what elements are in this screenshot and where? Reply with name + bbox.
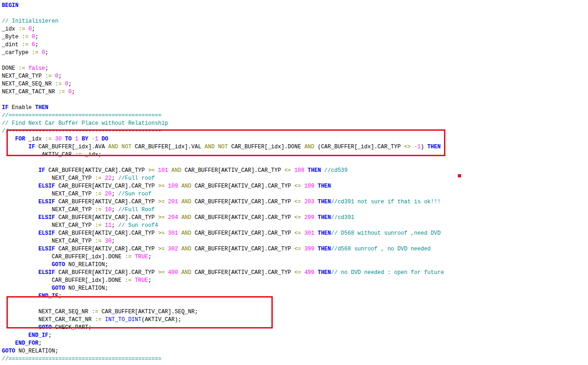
code-line: GOTO NO_RELATION; — [2, 285, 588, 292]
code-token-n: 22 — [105, 175, 111, 182]
code-token-p: ; — [58, 293, 61, 299]
code-token-p: ; — [45, 65, 48, 72]
code-token-o: := — [58, 89, 65, 95]
code-token-p: CAR_BUFFER[AKTIV_CAR].CAR_TYP — [45, 167, 148, 174]
code-token-p: ; — [148, 277, 151, 284]
code-token-n: 109 — [168, 183, 178, 189]
code-token-o: := — [45, 73, 52, 79]
code-token-n: 399 — [304, 246, 314, 252]
code-token-p: NEXT_CAR_TYP — [52, 191, 95, 197]
code-token-n: 108 — [294, 167, 305, 174]
code-line: CAR_BUFFER[_idx].DONE := TRUE; — [2, 253, 588, 261]
code-token-k: GOTO — [38, 324, 52, 331]
code-token-p: ; — [58, 73, 61, 79]
code-token-n: 301 — [168, 230, 178, 237]
code-line: // Initialisieren — [2, 18, 588, 25]
code-token-p: CAR_BUFFER[AKTIV_CAR].CAR_TYP — [192, 199, 294, 205]
code-line: NEXT_CAR_TYP := 22; //Full roof — [2, 175, 588, 182]
code-token-p: ; — [148, 254, 151, 260]
code-token-p — [304, 167, 307, 174]
code-token-p — [98, 136, 102, 142]
code-token-n: 0 — [29, 26, 32, 32]
code-token-p: NO_RELATION; — [65, 285, 108, 292]
code-token-k: ELSIF — [38, 199, 55, 205]
code-token-o: - — [91, 136, 95, 142]
code-token-k: IF — [2, 104, 8, 111]
code-line: FOR _idx := 30 TO 1 BY -1 DO — [2, 135, 588, 143]
code-token-o: := — [125, 254, 131, 260]
code-token-p — [165, 246, 168, 252]
code-token-p — [178, 214, 181, 221]
code-token-n: 204 — [168, 214, 178, 221]
code-token-k: BY — [82, 136, 88, 142]
code-token-p: _idx — [25, 136, 45, 142]
code-token-o: := — [95, 175, 102, 182]
code-token-p: AKTIV_CAR — [42, 152, 75, 158]
code-line: ELSIF CAR_BUFFER[AKTIV_CAR].CAR_TYP >= 3… — [2, 245, 588, 253]
code-line: GOTO NO_RELATION; — [2, 347, 588, 355]
code-token-n: 0 — [65, 81, 68, 87]
code-line: IF Enable THEN — [2, 104, 588, 112]
code-token-o: := — [95, 316, 102, 323]
code-token-p: NO_RELATION; — [65, 262, 108, 268]
code-editor[interactable]: BEGIN // Initialisieren_idx := 0;_Byte :… — [0, 0, 588, 365]
code-token-c: // no DVD needed : open for future — [331, 269, 444, 276]
code-token-n: 203 — [304, 199, 314, 205]
code-token-o: := — [95, 238, 102, 244]
code-token-p: CAR_BUFFER[AKTIV_CAR].CAR_TYP — [55, 269, 158, 276]
code-line — [2, 159, 588, 167]
code-token-n: 199 — [304, 183, 314, 189]
code-token-p: ; — [112, 175, 118, 182]
code-token-k: ELSIF — [38, 246, 55, 252]
code-token-o: := — [95, 222, 102, 229]
code-line: NEXT_CAR_SEQ_NR := 0; — [2, 80, 588, 88]
code-token-k: THEN — [318, 269, 331, 276]
code-line: ELSIF CAR_BUFFER[AKTIV_CAR].CAR_TYP >= 3… — [2, 230, 588, 237]
code-token-p: _carType — [2, 49, 32, 56]
code-token-c: //cd391 not sure if that is ok!!! — [331, 199, 441, 205]
code-line: NEXT_CAR_TYP := 30; — [2, 237, 588, 245]
code-token-p — [291, 167, 294, 174]
code-token-p: CAR_BUFFER[AKTIV_CAR].CAR_TYP — [181, 167, 284, 174]
code-token-n: 0 — [42, 49, 45, 56]
code-line — [2, 300, 588, 308]
code-token-p: CAR_BUFFER[_idx].AVA — [35, 144, 108, 150]
code-token-o: AND — [181, 246, 192, 252]
code-line: _dint := 6; — [2, 41, 588, 49]
code-token-o: >= — [148, 167, 155, 174]
code-token-p: ; — [45, 49, 48, 56]
code-token-p: NEXT_CAR_SEQ_NR — [2, 81, 55, 87]
code-token-p: CAR_BUFFER[AKTIV_CAR].CAR_TYP — [55, 214, 158, 221]
code-token-p: ; — [48, 332, 52, 339]
code-token-p: NO_RELATION; — [15, 348, 59, 354]
code-token-p — [178, 183, 181, 189]
code-token-p: CAR_BUFFER[_idx].DONE — [228, 144, 305, 150]
code-token-k: IF — [38, 167, 45, 174]
code-token-p — [132, 277, 135, 284]
code-token-p: CAR_BUFFER[AKTIV_CAR].CAR_TYP — [55, 199, 158, 205]
code-token-c: // Initialisieren — [2, 18, 58, 24]
code-token-o: <= — [294, 199, 301, 205]
code-token-c: // D568 without sunroof ,need DVD — [331, 230, 441, 237]
code-token-o: := — [45, 136, 52, 142]
code-line: IF CAR_BUFFER[AKTIV_CAR].CAR_TYP >= 101 … — [2, 167, 588, 175]
code-token-p: CAR_BUFFER[AKTIV_CAR].CAR_TYP — [192, 246, 294, 252]
code-token-p: NEXT_CAR_TACT_NR — [2, 89, 58, 95]
code-line: AKTIV_CAR := _idx; — [2, 151, 588, 159]
code-token-p — [178, 199, 181, 205]
code-token-k: TO — [65, 136, 72, 142]
code-token-o: := — [75, 152, 81, 158]
code-token-o: AND — [304, 144, 314, 150]
code-token-o: <= — [294, 246, 301, 252]
code-token-p — [62, 81, 65, 87]
code-token-o: := — [91, 309, 98, 315]
code-token-o: AND — [181, 214, 192, 221]
code-token-p: NEXT_CAR_TYP — [52, 207, 95, 213]
code-token-n: TRUE — [135, 254, 148, 260]
code-token-p: NEXT_CAR_TYP — [2, 73, 45, 79]
code-token-p: ) — [420, 144, 427, 150]
code-token-o: := — [32, 49, 38, 56]
code-token-k: GOTO — [2, 348, 15, 354]
code-token-o: AND — [171, 167, 181, 174]
code-token-o: AND — [181, 230, 192, 237]
